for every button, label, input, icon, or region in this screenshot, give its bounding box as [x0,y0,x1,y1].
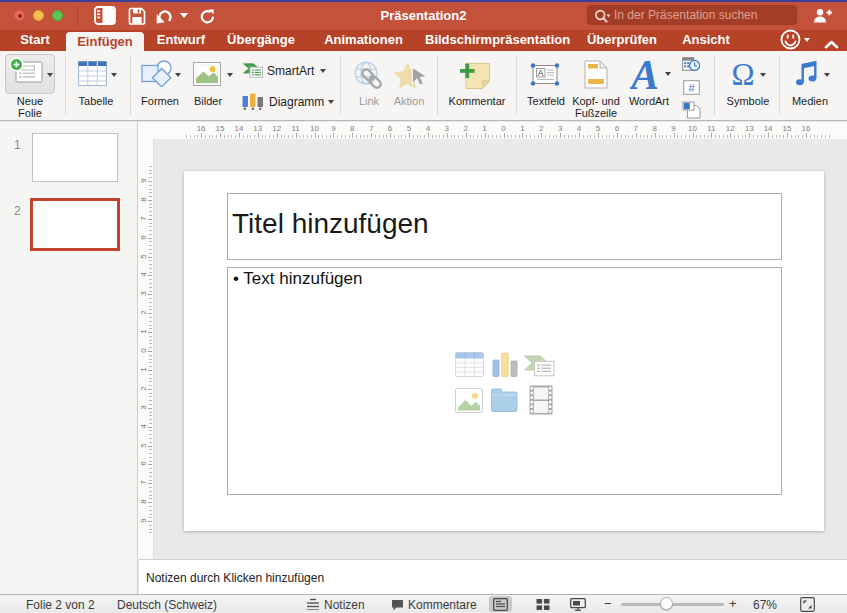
svg-text:A: A [630,58,659,91]
svg-text:#: # [688,82,695,94]
svg-text:A: A [538,68,544,78]
svg-text:Ω: Ω [731,61,754,87]
